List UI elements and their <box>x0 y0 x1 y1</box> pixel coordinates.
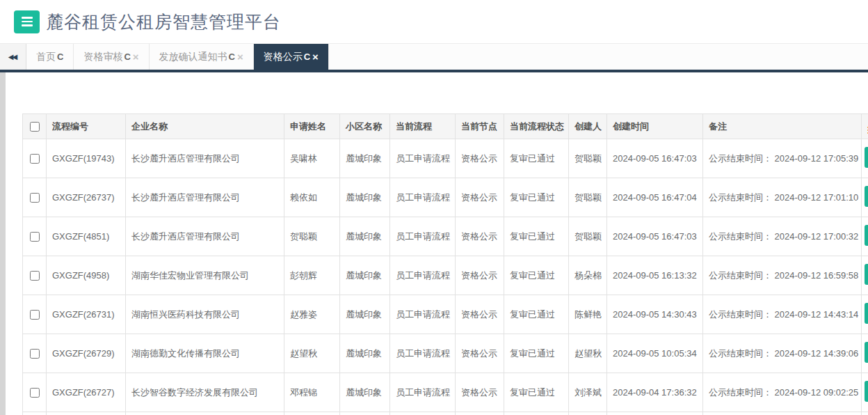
row-action-button[interactable] <box>865 264 868 285</box>
table-row: GXGZF(26729)湖南德勤文化传播有限公司赵望秋麓城印象员工申请流程资格公… <box>23 334 868 373</box>
cell-community: 麓城印象 <box>340 139 390 178</box>
cell-node: 资格公示 <box>456 373 504 412</box>
column-header: 申请姓名 <box>284 114 340 139</box>
cell-actions <box>862 295 868 334</box>
tab-label: 发放确认通知书 <box>159 51 227 63</box>
close-icon[interactable]: × <box>133 51 139 63</box>
cell-status: 复审已通过 <box>504 139 569 178</box>
cell-created: 2024-09-04 17:36:32 <box>607 373 703 412</box>
table-body: GXGZF(19743)长沙麓升酒店管理有限公司吴啸林麓城印象员工申请流程资格公… <box>23 139 868 415</box>
cell-remark: 公示结束时间： 2024-09-12 14:43:14 <box>703 295 862 334</box>
hamburger-bar <box>22 17 33 19</box>
hamburger-bar <box>22 24 33 26</box>
cell-status: 复审已通过 <box>504 178 569 217</box>
cell-remark: 公示结束时间： 2024-09-12 14:39:06 <box>703 334 862 373</box>
row-action-button[interactable] <box>865 147 868 168</box>
cell-applicant: 赵望秋 <box>284 334 340 373</box>
cell-remark: 公示结束时间： 2024-09-12 09:02:25 <box>703 373 862 412</box>
cell-empty <box>47 412 126 415</box>
close-icon[interactable]: × <box>237 51 243 63</box>
table-row: GXGZF(19743)长沙麓升酒店管理有限公司吴啸林麓城印象员工申请流程资格公… <box>23 139 868 178</box>
tab-2[interactable]: 资格审核C× <box>74 44 149 70</box>
refresh-icon[interactable]: C <box>229 52 235 62</box>
cell-creator: 杨朵棉 <box>569 256 607 295</box>
cell-empty <box>390 412 456 415</box>
cell-id: GXGZF(4958) <box>47 256 126 295</box>
cell-flow: 员工申请流程 <box>390 139 456 178</box>
cell-created: 2024-09-05 10:05:34 <box>607 334 703 373</box>
select-all-cell <box>23 114 47 139</box>
row-action-button[interactable] <box>865 303 868 324</box>
cell-node: 资格公示 <box>456 139 504 178</box>
row-checkbox[interactable] <box>30 232 40 242</box>
cell-empty <box>456 412 504 415</box>
row-checkbox[interactable] <box>30 310 40 320</box>
table-row: GXGZF(26727)长沙智谷数字经济发展有限公司邓程锦麓城印象员工申请流程资… <box>23 373 868 412</box>
tabs-collapse-icon[interactable]: ◀◀ <box>0 44 26 70</box>
menu-toggle-icon[interactable] <box>14 10 40 33</box>
cell-empty <box>862 412 868 415</box>
cell-status: 复审已通过 <box>504 295 569 334</box>
row-action-button[interactable] <box>865 225 868 246</box>
cell-node: 资格公示 <box>456 178 504 217</box>
cell-node: 资格公示 <box>456 256 504 295</box>
cell-status: 复审已通过 <box>504 334 569 373</box>
row-checkbox-cell <box>23 256 47 295</box>
table-row: GXGZF(4851)长沙麓升酒店管理有限公司贺聪颖麓城印象员工申请流程资格公示… <box>23 217 868 256</box>
table-row-partial <box>23 412 868 415</box>
cell-empty <box>504 412 569 415</box>
cell-id: GXGZF(26737) <box>47 178 126 217</box>
cell-node: 资格公示 <box>456 334 504 373</box>
cell-flow: 员工申请流程 <box>390 256 456 295</box>
hamburger-bar <box>22 21 33 23</box>
cell-actions <box>862 334 868 373</box>
cell-company: 长沙智谷数字经济发展有限公司 <box>126 373 284 412</box>
row-checkbox[interactable] <box>30 271 40 281</box>
row-checkbox[interactable] <box>30 193 40 203</box>
tab-3[interactable]: 发放确认通知书C× <box>150 44 254 70</box>
cell-remark: 公示结束时间： 2024-09-12 17:05:39 <box>703 139 862 178</box>
close-icon[interactable]: × <box>312 51 319 63</box>
cell-remark: 公示结束时间： 2024-09-12 17:00:32 <box>703 217 862 256</box>
select-all-checkbox[interactable] <box>30 122 40 132</box>
cell-status: 复审已通过 <box>504 256 569 295</box>
cell-creator: 贺聪颖 <box>569 217 607 256</box>
cell-actions <box>862 139 868 178</box>
records-table: 流程编号企业名称申请姓名小区名称当前流程当前节点当前流程状态创建人创建时间备注 … <box>22 113 868 415</box>
cell-empty <box>569 412 607 415</box>
row-action-button[interactable] <box>865 186 868 207</box>
refresh-icon[interactable]: C <box>304 52 310 62</box>
cell-creator: 贺聪颖 <box>569 139 607 178</box>
column-header: 流程编号 <box>47 114 126 139</box>
cell-applicant: 贺聪颖 <box>284 217 340 256</box>
cell-remark: 公示结束时间： 2024-09-12 17:01:10 <box>703 178 862 217</box>
cell-community: 麓城印象 <box>340 334 390 373</box>
app-header: 麓谷租赁公租房智慧管理平台 <box>0 0 868 43</box>
column-header: 备注 <box>703 114 862 139</box>
cell-status: 复审已通过 <box>504 217 569 256</box>
row-checkbox[interactable] <box>30 154 40 164</box>
cell-node: 资格公示 <box>456 295 504 334</box>
cell-id: GXGZF(26731) <box>47 295 126 334</box>
row-checkbox[interactable] <box>30 349 40 359</box>
row-action-button[interactable] <box>865 342 868 363</box>
row-checkbox-cell <box>23 217 47 256</box>
table-row: GXGZF(26731)湖南恒兴医药科技有限公司赵雅姿麓城印象员工申请流程资格公… <box>23 295 868 334</box>
column-header: 创建人 <box>569 114 607 139</box>
row-action-button[interactable] <box>865 381 868 402</box>
refresh-icon[interactable]: C <box>124 52 130 62</box>
refresh-icon[interactable]: C <box>57 52 63 62</box>
cell-company: 长沙麓升酒店管理有限公司 <box>126 217 284 256</box>
cell-created: 2024-09-05 16:13:32 <box>607 256 703 295</box>
row-checkbox-cell <box>23 334 47 373</box>
tab-1[interactable]: 首页C <box>26 44 74 70</box>
cell-empty <box>126 412 284 415</box>
cell-applicant: 邓程锦 <box>284 373 340 412</box>
column-header: 当前流程状态 <box>504 114 569 139</box>
tab-4[interactable]: 资格公示C× <box>254 44 329 70</box>
cell-creator: 陈鲜艳 <box>569 295 607 334</box>
row-checkbox[interactable] <box>30 388 40 398</box>
cell-empty <box>703 412 862 415</box>
cell-actions <box>862 256 868 295</box>
cell-id: GXGZF(26727) <box>47 373 126 412</box>
